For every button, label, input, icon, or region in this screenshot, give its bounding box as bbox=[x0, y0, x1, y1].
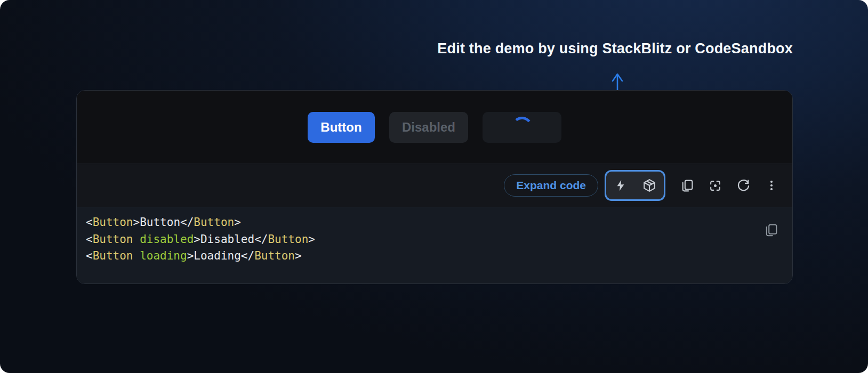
codesandbox-cube-icon[interactable] bbox=[642, 179, 656, 192]
demo-button-primary[interactable]: Button bbox=[308, 112, 375, 143]
code-line: <Button disabled>Disabled</Button> bbox=[86, 233, 315, 246]
demo-button-disabled[interactable]: Disabled bbox=[389, 112, 468, 143]
code-content: <Button>Button</Button> <Button disabled… bbox=[86, 214, 760, 265]
page-background: Edit the demo by using StackBlitz or Cod… bbox=[0, 0, 868, 373]
demo-toolbar: Expand code bbox=[77, 164, 792, 207]
code-block: <Button>Button</Button> <Button disabled… bbox=[77, 207, 792, 283]
stackblitz-bolt-icon[interactable] bbox=[614, 179, 628, 192]
more-vertical-icon[interactable] bbox=[765, 179, 778, 192]
demo-preview: Button Disabled bbox=[77, 91, 792, 164]
demo-panel: Button Disabled Expand code bbox=[76, 90, 793, 284]
expand-code-button[interactable]: Expand code bbox=[504, 174, 598, 197]
sandbox-buttons-highlight bbox=[605, 170, 665, 201]
code-line: <Button loading>Loading</Button> bbox=[86, 249, 302, 262]
annotation-title: Edit the demo by using StackBlitz or Cod… bbox=[437, 40, 793, 57]
refresh-icon[interactable] bbox=[736, 179, 750, 192]
focus-icon[interactable] bbox=[708, 179, 722, 192]
demo-button-loading[interactable] bbox=[483, 112, 561, 143]
code-line: <Button>Button</Button> bbox=[86, 216, 241, 229]
copy-icon[interactable] bbox=[680, 179, 694, 192]
code-copy-icon[interactable] bbox=[764, 223, 778, 237]
loading-spinner-icon bbox=[510, 116, 534, 139]
